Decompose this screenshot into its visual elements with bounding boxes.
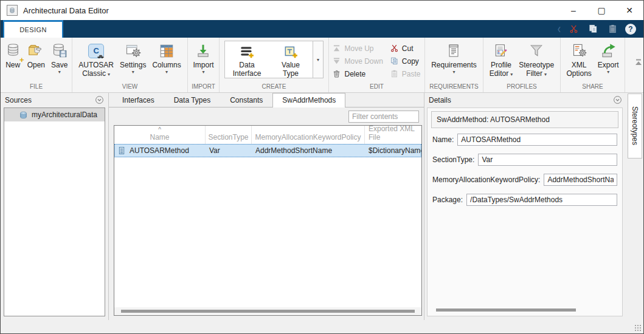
paste-clipboard-icon — [390, 70, 398, 78]
autosar-classic-button[interactable]: C AUTOSAR Classic▾ — [75, 39, 117, 79]
column-header-memoryallocationkeywordpolicy[interactable]: MemoryAllocationKeywordPolicy — [252, 126, 365, 144]
save-button[interactable]: Save ▾ — [48, 39, 71, 75]
close-button[interactable]: ✕ — [615, 1, 643, 20]
columns-button[interactable]: Columns ▾ — [149, 39, 184, 75]
help-icon[interactable]: ? — [625, 24, 636, 35]
ribbon: + New Open — [1, 38, 643, 93]
details-object-title: SwAddrMethod: AUTOSARMethod — [431, 111, 618, 128]
sources-panel: Sources myArchitecturalData — [1, 93, 109, 320]
column-header-sectiontype[interactable]: SectionType — [206, 126, 252, 144]
source-item-label: myArchitecturalData — [32, 111, 97, 119]
settings-button[interactable]: Settings ▾ — [117, 39, 149, 75]
memoryallocationkeywordpolicy-field-input[interactable] — [544, 174, 617, 186]
scrollbar-thumb[interactable] — [121, 310, 415, 313]
ribbon-collapse-area — [625, 38, 643, 92]
settings-icon — [125, 41, 142, 61]
new-database-icon: + — [5, 41, 21, 61]
table-row-autosarmethod[interactable]: AUTOSARMethod Var AddrMethodShortName $D… — [114, 144, 421, 157]
copy-icon[interactable] — [586, 22, 600, 36]
column-header-exported-xml-file[interactable]: Exported XML File — [365, 126, 421, 144]
xml-options-button[interactable]: XML Options — [563, 39, 594, 78]
field-row-memoryallocationkeywordpolicy: MemoryAllocationKeywordPolicy: — [432, 174, 617, 186]
data-interface-button[interactable]: Data Interface — [225, 41, 269, 78]
tab-design[interactable]: DESIGN — [3, 20, 63, 38]
tab-swaddrmethods[interactable]: SwAddrMethods — [272, 93, 345, 107]
quick-access-toolbar: ‹ — [558, 20, 643, 38]
section-label-share: SHARE — [561, 83, 625, 92]
new-button[interactable]: + New — [2, 39, 24, 69]
move-down-button: Move Down — [330, 55, 385, 67]
autosar-classic-icon: C — [88, 41, 104, 61]
app-icon — [7, 5, 18, 16]
table-horizontal-scrollbar[interactable] — [114, 307, 421, 315]
save-database-icon — [51, 41, 68, 61]
import-dropdown-arrow-icon: ▾ — [202, 69, 204, 75]
cut-button[interactable]: Cut — [388, 42, 423, 55]
stereotype-filter-button[interactable]: Stereotype Filter▾ — [516, 39, 557, 79]
tab-constants[interactable]: Constants — [220, 93, 272, 107]
value-type-label-line1: Value — [282, 61, 300, 69]
content-tabs: Interfaces Data Types Constants SwAddrMe… — [109, 93, 424, 107]
tab-data-types[interactable]: Data Types — [164, 93, 220, 107]
main-area: Sources myArchitecturalData — [1, 93, 643, 320]
ribbon-section-edit: Move Up Move Down — [329, 38, 425, 92]
delete-trash-icon — [333, 70, 341, 78]
section-label-create: CREATE — [220, 83, 328, 92]
details-content: SwAddrMethod: AUTOSARMethod Name: Sectio… — [427, 107, 623, 316]
swaddrmethods-table: ^ Name SectionType MemoryAllocationKeywo… — [114, 125, 422, 316]
ribbon-tab-strip: DESIGN ‹ — [1, 20, 643, 38]
cut-icon[interactable] — [567, 22, 580, 36]
package-field-input[interactable] — [466, 194, 617, 206]
stereotype-filter-icon — [528, 41, 544, 61]
new-label: New — [5, 61, 20, 69]
details-title: Details — [429, 96, 451, 104]
details-horizontal-scrollbar[interactable] — [436, 308, 576, 312]
ribbon-section-share: XML Options Export ▾ SHARE — [561, 38, 625, 92]
export-button[interactable]: Export ▾ — [595, 39, 622, 75]
profile-editor-button[interactable]: Profile Editor▾ — [486, 39, 516, 79]
ribbon-section-profiles: Profile Editor▾ Stereotype Filter▾ — [483, 38, 561, 92]
tab-interfaces[interactable]: Interfaces — [113, 93, 164, 107]
window-controls: – ▢ ✕ — [559, 1, 643, 20]
window-title: Architectural Data Editor — [23, 6, 109, 15]
open-button[interactable]: Open — [24, 39, 48, 69]
requirements-label: Requirements — [431, 61, 477, 69]
resize-grip[interactable] — [634, 324, 642, 332]
columns-icon — [159, 41, 175, 61]
move-up-button: Move Up — [330, 42, 385, 55]
requirements-button[interactable]: Requirements ▾ — [428, 39, 480, 75]
name-field-label: Name: — [432, 135, 454, 144]
filter-contents-input[interactable] — [348, 111, 419, 123]
sectiontype-field-input[interactable] — [478, 154, 617, 166]
import-button[interactable]: Import ▾ — [190, 39, 216, 75]
details-collapse-icon[interactable] — [613, 95, 622, 104]
sources-list: myArchitecturalData — [4, 107, 105, 316]
package-field-label: Package: — [432, 196, 463, 204]
column-header-name[interactable]: ^ Name — [114, 126, 206, 144]
name-field-input[interactable] — [457, 134, 617, 146]
create-gallery: Data Interface Value Type — [224, 41, 324, 78]
settings-label: Settings — [120, 61, 146, 69]
copy-button[interactable]: Copy — [388, 55, 423, 67]
sources-collapse-icon[interactable] — [95, 95, 104, 104]
import-icon — [195, 41, 211, 61]
tab-stereotypes[interactable]: Stereotypes — [628, 94, 642, 158]
open-folder-icon — [27, 41, 44, 61]
cut-scissors-icon — [390, 44, 398, 52]
section-label-view: VIEW — [72, 83, 187, 92]
minimize-button[interactable]: – — [559, 1, 587, 20]
create-gallery-dropdown[interactable]: ▾ — [313, 41, 323, 78]
quick-access-divider-icon: ‹ — [558, 22, 561, 35]
stereotype-filter-label-line1: Stereotype — [519, 61, 554, 69]
maximize-button[interactable]: ▢ — [587, 1, 615, 20]
value-type-button[interactable]: Value Type — [269, 41, 313, 78]
collapse-ribbon-icon[interactable] — [634, 59, 643, 66]
cell-exported-xml-file: $DictionaryName.. — [365, 146, 421, 155]
delete-button[interactable]: Delete — [330, 67, 385, 80]
section-label-requirements: REQUIREMENTS — [425, 83, 483, 92]
xml-options-label-line1: XML — [572, 61, 587, 69]
autosar-label-line1: AUTOSAR — [78, 61, 114, 69]
status-strip — [1, 320, 643, 333]
field-row-sectiontype: SectionType: — [432, 154, 617, 166]
source-item-myarchitecturaldata[interactable]: myArchitecturalData — [4, 108, 105, 121]
